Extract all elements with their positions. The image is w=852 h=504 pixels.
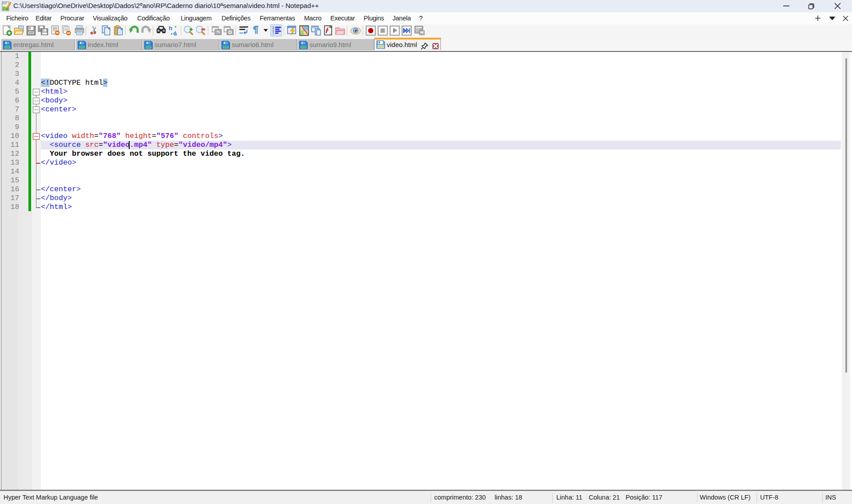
svg-text:h: h <box>169 25 172 32</box>
